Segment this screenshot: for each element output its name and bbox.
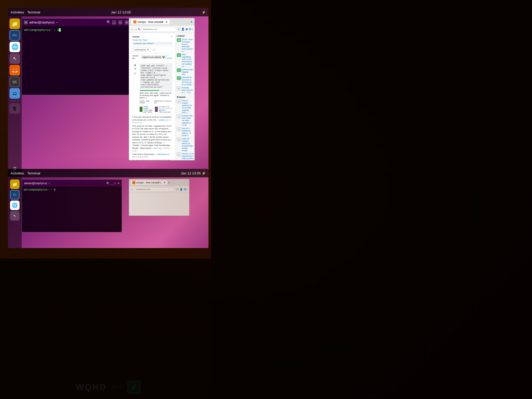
bookmark-bottom[interactable]: ☆ <box>176 188 179 191</box>
terminal-menu-icon[interactable]: ≡ <box>24 21 28 24</box>
so-page-content: TEAMS + Create free Team Looking for you… <box>129 33 194 160</box>
related-score-3: 1 <box>177 127 181 131</box>
new-tab-btn[interactable]: + <box>191 20 192 24</box>
looking-for-teams[interactable]: Looking for your Teams? <box>132 42 172 45</box>
gnome-topbar: Activities Terminal Jan 12 13:05 ⚡ <box>8 8 208 16</box>
dock-icon-firefox[interactable]: 🦊 <box>10 65 20 75</box>
related-text-3[interactable]: How do I enable 3d effects... E Series? <box>182 127 193 137</box>
terminal-maximize-btn[interactable]: □ <box>118 20 122 25</box>
comment-2: This works for me after I upgrade from 1… <box>132 125 172 153</box>
linked-text-5[interactable]: Partially blank screen in L... LTS <box>182 87 193 94</box>
back-bottom[interactable]: ← <box>131 188 133 191</box>
terminal-indicator-bottom[interactable]: Terminal <box>27 171 40 175</box>
url-text: askubuntu.com <box>143 28 157 30</box>
answer-filter: Sorted by: Highest score (default) ?id=3… <box>131 54 174 60</box>
vote-up-btn[interactable]: ▲ <box>132 63 138 67</box>
so-favicon-bottom <box>132 181 135 184</box>
dock-bottom-cursor[interactable]: ↖ <box>10 211 20 221</box>
related-text-2[interactable]: Compiz with Intel video car after upgrad… <box>182 115 193 126</box>
dock-icon-trash[interactable]: 🗑 <box>10 103 20 114</box>
unanswered-label: Unanswered <box>134 49 146 51</box>
comment-1: 1 This also seemed to work for re-instal… <box>132 116 172 124</box>
dock-icon-chrome[interactable]: 🌐 <box>10 42 20 52</box>
browser-tab-bottom[interactable]: compiz - How reinstall t... ✕ <box>131 180 167 185</box>
linked-item-5: 0 Partially blank screen in L... LTS <box>177 87 193 94</box>
user2-avatar <box>155 107 158 112</box>
answer-user2: answered Nov 20, 2011 at 16:15 Alkanko 7… <box>155 106 172 113</box>
dock-icon-pycharm[interactable]: PC <box>10 30 20 41</box>
teams-add-btn[interactable]: + <box>171 36 172 38</box>
refresh-btn[interactable]: ↻ <box>138 28 140 31</box>
related-text-1[interactable]: How to enable desktop eff... 10.04 after… <box>182 99 193 114</box>
terminal-body[interactable]: adrian@zephyrus: ~ $█ <box>22 26 131 95</box>
linked-text-1[interactable]: 16.04 - How To Purge Intel & Reinstall I… <box>182 38 193 53</box>
terminal-window-bottom: adrian@zephyrus: ~ 🔍 _ □ ✕ adrian@zephyr… <box>22 179 122 232</box>
linked-score-4: 2 <box>177 76 181 80</box>
user1-info: Jorge Castro 73.3k ●324 ●407 ●854 <box>143 106 154 113</box>
activities-button[interactable]: Activities <box>11 10 24 14</box>
linked-text-3[interactable]: Nothing after logging into... <box>182 68 193 75</box>
terminal-indicator[interactable]: Terminal <box>27 10 40 14</box>
tab-close-bottom[interactable]: ✕ <box>164 181 166 184</box>
related-item-5: 1 Ubuntu 12.04 HybridGraph... Intel) pro… <box>177 153 193 160</box>
dock-icon-cursor[interactable]: ↖ <box>10 53 20 64</box>
translate-btn[interactable]: 🌐1 <box>189 28 193 30</box>
dock-bottom-chrome[interactable]: 🌐 <box>10 201 20 210</box>
progress-fill <box>140 90 159 91</box>
translate-bottom[interactable]: 🌐1 <box>184 188 188 191</box>
terminal-search-bottom[interactable]: 🔍 <box>106 182 110 185</box>
url-bar[interactable]: askubuntu.com <box>141 27 176 32</box>
terminal-min-bottom[interactable]: _ <box>111 182 113 185</box>
terminal-close-bottom[interactable]: ✕ <box>117 182 120 185</box>
laptop-screen: Activities Terminal Jan 12 13:05 ⚡ 📁 PC … <box>0 0 532 399</box>
related-title: Related <box>177 96 193 98</box>
terminal-close-btn[interactable]: ✕ <box>125 20 129 25</box>
unanswered-badge[interactable]: Unanswered ▼ <box>132 48 151 52</box>
bookmark-btn[interactable]: ☆ <box>177 27 180 31</box>
related-text-5[interactable]: Ubuntu 12.04 HybridGraph... Intel) probl… <box>182 153 194 160</box>
topbar-left-bottom: Activities Terminal <box>11 171 40 175</box>
terminal-search-btn[interactable]: 🔍 <box>107 20 110 23</box>
dock-bottom-files[interactable]: 📁 <box>10 179 20 189</box>
linked-text-4[interactable]: DRAMATIC increase in CP boot all of a su… <box>182 76 193 86</box>
browser-tab-active[interactable]: compiz - How reinstall t... ✕ <box>131 20 170 24</box>
dock-bottom-pycharm[interactable]: PC <box>10 190 20 200</box>
related-item-2: 1 Compiz with Intel video car after upgr… <box>177 115 193 126</box>
comment-4: thx, also works for me on Ubuntu 16.04 a… <box>132 159 172 160</box>
dock-icon-files[interactable]: 📁 <box>10 18 20 29</box>
user1-name[interactable]: Jorge Castro <box>143 106 154 109</box>
linked-item-3: 2 Nothing after logging into... <box>177 68 193 75</box>
extensions-btn[interactable]: ⊞ <box>186 28 188 31</box>
linked-text-2[interactable]: After upgrading from 13.10... Intel driv… <box>182 53 193 68</box>
back-btn[interactable]: ← <box>131 28 133 31</box>
forward-btn[interactable]: → <box>134 28 137 31</box>
browser-tab-title: compiz - How reinstall t... <box>137 21 164 23</box>
profile-bottom[interactable]: 👤 <box>180 188 183 191</box>
activities-button-bottom[interactable]: Activities <box>11 171 24 175</box>
new-tab-bottom[interactable]: + <box>168 181 170 184</box>
answer-id-link[interactable]: ?id=31 <box>167 55 172 59</box>
answer-sort-select[interactable]: Highest score (default) <box>141 55 166 59</box>
answer-area: ▲ ∨ ✓ sudo apt-get install --reinstall x… <box>131 61 174 160</box>
terminal-body-bottom[interactable]: adrian@zephyrus: ~ $█ <box>22 187 122 193</box>
create-team-btn[interactable]: Create free Team <box>132 39 172 41</box>
url-bar-bottom[interactable]: askubuntu.com <box>134 187 175 192</box>
terminal-minimize-btn[interactable]: _ <box>112 20 116 25</box>
answer-meta: Share | Edit | Follow edited Nov 21, 201… <box>140 100 172 104</box>
dock-icon-qc[interactable]: QC <box>10 77 20 87</box>
dock-icon-nautilus[interactable]: 🗂 <box>10 88 20 99</box>
terminal-max-bottom[interactable]: □ <box>114 182 116 185</box>
user1-avatar <box>140 107 142 112</box>
user2-rep: 705 ●1 ●6 ●14 <box>159 111 172 113</box>
linked-score-2: 4 <box>177 53 181 57</box>
profile-btn[interactable]: 👤 <box>181 28 184 31</box>
tab-close-btn[interactable]: ✕ <box>165 21 168 23</box>
related-text-4[interactable]: Unity 3D, Compiz effects ar... Sandybrid… <box>182 137 193 152</box>
user2-name[interactable]: Alkanko <box>159 109 172 111</box>
terminal-title-bottom: adrian@zephyrus: ~ <box>24 182 50 185</box>
answer-text: After that I did unity --reset and all i… <box>140 92 172 99</box>
terminal-prompt: adrian@zephyrus: ~ $█ <box>24 28 129 32</box>
linked-item-1: 28 16.04 - How To Purge Intel & Reinstal… <box>177 38 193 53</box>
accepted-checkmark: ✓ <box>153 47 156 52</box>
tab-title-bottom: compiz - How reinstall t... <box>136 181 163 184</box>
